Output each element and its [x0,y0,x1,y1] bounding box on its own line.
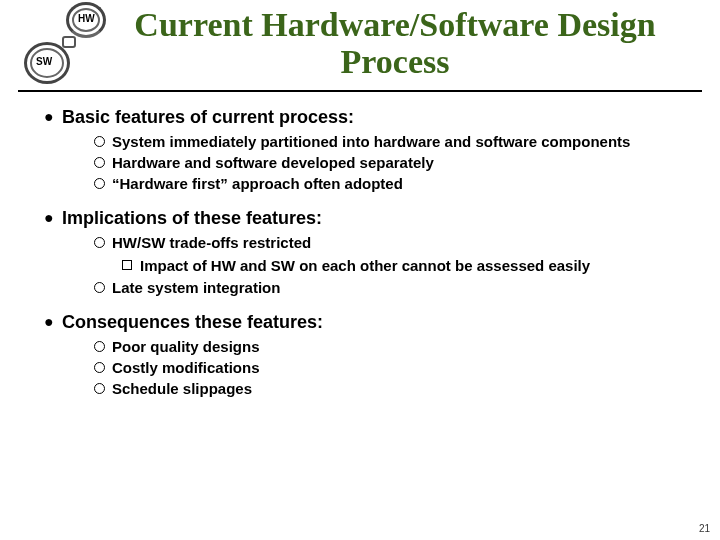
bullet-circle-icon [94,153,112,174]
bullet-circle-icon [94,337,112,358]
slide-body: ● Basic features of current process: Sys… [18,102,702,406]
list-item: Hardware and software developed separate… [94,153,690,174]
item-text: Costly modifications [112,358,260,378]
bullet-disc-icon: ● [44,311,62,333]
handcuffs-icon: HW SW [18,0,128,90]
bullet-circle-icon [94,379,112,400]
header-divider [18,90,702,92]
list-item: Impact of HW and SW on each other cannot… [122,256,690,276]
list-item: Costly modifications [94,358,690,379]
list-item: Poor quality designs [94,337,690,358]
section-heading: Implications of these features: [62,207,322,229]
item-text: “Hardware first” approach often adopted [112,174,403,194]
list-item: Late system integration [94,278,690,299]
list-item: System immediately partitioned into hard… [94,132,690,153]
subitem-text: Impact of HW and SW on each other cannot… [140,256,590,275]
bullet-circle-icon [94,132,112,153]
list-item: Schedule slippages [94,379,690,400]
bullet-square-icon [122,256,140,276]
list-item: “Hardware first” approach often adopted [94,174,690,195]
list-item: ● Implications of these features: HW/SW … [44,207,690,305]
item-text: Poor quality designs [112,337,260,357]
bullet-circle-icon [94,174,112,195]
bullet-list: ● Basic features of current process: Sys… [44,106,690,406]
bullet-disc-icon: ● [44,106,62,128]
slide-header: HW SW Current Hardware/Software Design P… [18,0,702,90]
bullet-circle-icon [94,278,112,299]
slide-title: Current Hardware/Software Design Process [128,0,702,81]
logo-hw-label: HW [78,13,95,24]
slide-number: 21 [699,523,710,534]
bullet-circle-icon [94,233,112,254]
item-text: Hardware and software developed separate… [112,153,434,173]
bullet-disc-icon: ● [44,207,62,229]
logo-sw-label: SW [36,56,52,67]
item-text: HW/SW trade-offs restricted [112,233,311,253]
list-item: ● Basic features of current process: Sys… [44,106,690,201]
list-item: ● Consequences these features: Poor qual… [44,311,690,406]
slide: HW SW Current Hardware/Software Design P… [0,0,720,540]
bullet-circle-icon [94,358,112,379]
section-heading: Basic features of current process: [62,106,354,128]
item-text: Late system integration [112,278,280,298]
section-heading: Consequences these features: [62,311,323,333]
item-text: Schedule slippages [112,379,252,399]
list-item: HW/SW trade-offs restricted Impact of HW… [94,233,690,278]
item-text: System immediately partitioned into hard… [112,132,630,152]
